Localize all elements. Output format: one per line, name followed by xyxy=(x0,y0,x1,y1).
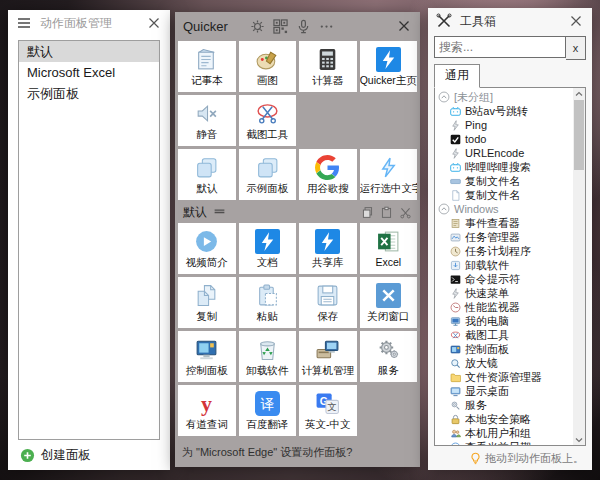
action-cell[interactable]: 卸载软件 xyxy=(239,331,297,382)
toolbox-item-group-header[interactable]: Windows xyxy=(437,202,571,216)
close-x-icon xyxy=(376,283,401,308)
create-panel-button[interactable]: 创建面板 xyxy=(8,440,170,470)
action-cell[interactable]: 用谷歌搜 xyxy=(299,149,357,200)
menu-icon[interactable] xyxy=(16,15,32,31)
toolbox-item-group-header[interactable]: [未分组] xyxy=(437,90,571,104)
users-icon xyxy=(450,428,461,439)
panel-list-item[interactable]: 示例面板 xyxy=(19,83,159,104)
toolbox-window: 工具箱 x 通用 [未分组] B站av号跳转 xyxy=(428,8,592,470)
tab-general[interactable]: 通用 xyxy=(434,64,480,88)
lightbulb-icon xyxy=(469,452,482,465)
toolbox-item[interactable]: 显示桌面 xyxy=(437,384,571,398)
action-cell xyxy=(360,385,418,436)
action-cell[interactable]: 画图 xyxy=(239,41,297,92)
computer-mgmt-icon xyxy=(315,337,340,362)
toolbox-item[interactable]: 控制面板 xyxy=(437,342,571,356)
toolbox-item-label: 控制面板 xyxy=(465,342,509,356)
toolbox-item-label: [未分组] xyxy=(454,90,493,104)
action-cell[interactable]: 默认 xyxy=(178,149,236,200)
action-cell[interactable]: 粘贴 xyxy=(239,277,297,328)
toolbox-item[interactable]: 放大镜 xyxy=(437,356,571,370)
services-small-icon xyxy=(450,400,461,411)
toolbox-item[interactable]: URLEncode xyxy=(437,146,571,160)
action-label: 截图工具 xyxy=(246,129,288,140)
action-label: 计算机管理 xyxy=(302,365,355,376)
toolbox-item[interactable]: 截图工具 xyxy=(437,328,571,342)
toolbox-item[interactable]: 哔哩哔哩搜索 xyxy=(437,160,571,174)
action-cell[interactable]: 服务 xyxy=(360,331,418,382)
scroll-up-icon[interactable] xyxy=(573,88,585,99)
close-icon[interactable] xyxy=(568,13,584,29)
toolbox-item[interactable]: 任务管理器 xyxy=(437,230,571,244)
scrollbar[interactable] xyxy=(573,88,585,445)
toolbox-item[interactable]: 复制文件名 xyxy=(437,174,571,188)
panel-list-item[interactable]: 默认 xyxy=(19,41,159,62)
qrcode-icon[interactable] xyxy=(273,19,288,34)
toolbox-item[interactable]: 我的电脑 xyxy=(437,314,571,328)
menu-icon[interactable] xyxy=(213,206,226,219)
action-cell[interactable]: 计算器 xyxy=(299,41,357,92)
google-g-icon xyxy=(315,155,340,180)
toolbox-item[interactable]: B站av号跳转 xyxy=(437,104,571,118)
action-cell[interactable]: 示例面板 xyxy=(239,149,297,200)
clear-search-button[interactable]: x xyxy=(566,36,586,60)
action-cell[interactable]: 截图工具 xyxy=(239,95,297,146)
bolt-blue-icon xyxy=(376,47,401,72)
toolbox-item[interactable]: 本地安全策略 xyxy=(437,412,571,426)
paste-icon[interactable] xyxy=(380,206,393,219)
gear-icon[interactable] xyxy=(250,19,265,34)
action-cell[interactable]: 静音 xyxy=(178,95,236,146)
toolbox-list-container: [未分组] B站av号跳转 Ping todo xyxy=(434,87,586,446)
search-input[interactable] xyxy=(434,36,566,58)
action-label: 复制 xyxy=(196,311,217,322)
toolbox-item[interactable]: 本机用户和组 xyxy=(437,426,571,440)
toolbox-item[interactable]: 快速菜单 xyxy=(437,286,571,300)
action-cell[interactable]: 运行选中文字 xyxy=(360,149,418,200)
scrollbar-thumb[interactable] xyxy=(574,100,584,170)
quicker-titlebar: Quicker xyxy=(175,12,420,40)
toolbox-item-label: 复制文件名 xyxy=(465,174,520,188)
action-cell[interactable]: 计算机管理 xyxy=(299,331,357,382)
close-icon[interactable] xyxy=(146,15,162,31)
toolbox-item-label: Windows xyxy=(454,202,499,216)
toolbox-item[interactable]: 文件资源管理器 xyxy=(437,370,571,384)
action-cell[interactable]: Quicker主页 xyxy=(360,41,418,92)
play-icon xyxy=(194,229,219,254)
toolbox-item[interactable]: 卸载软件 xyxy=(437,258,571,272)
action-cell[interactable]: 记事本 xyxy=(178,41,236,92)
action-cell[interactable]: 文档 xyxy=(239,223,297,274)
toolbox-item[interactable]: todo xyxy=(437,132,571,146)
more-icon[interactable] xyxy=(319,19,334,34)
toolbox-item-label: 查看当前日期 xyxy=(465,440,531,445)
panels-icon xyxy=(194,155,219,180)
toolbox-item[interactable]: 任务计划程序 xyxy=(437,244,571,258)
toolbox-item[interactable]: 性能监视器 xyxy=(437,300,571,314)
action-cell[interactable]: 保存 xyxy=(299,277,357,328)
action-cell[interactable]: y 有道查词 xyxy=(178,385,236,436)
toolbox-item[interactable]: 事件查看器 xyxy=(437,216,571,230)
toolbox-item[interactable]: 服务 xyxy=(437,398,571,412)
toolbox-title: 工具箱 xyxy=(460,13,496,30)
action-cell[interactable]: 译 百度翻译 xyxy=(239,385,297,436)
panel-list-item[interactable]: Microsoft Excel xyxy=(19,62,159,83)
action-cell[interactable]: G文 英文-中文 xyxy=(299,385,357,436)
toolbox-item[interactable]: 命令提示符 xyxy=(437,272,571,286)
action-cell xyxy=(299,95,357,146)
scroll-down-icon[interactable] xyxy=(573,434,585,445)
copy-icon[interactable] xyxy=(361,206,374,219)
action-label: 控制面板 xyxy=(186,365,228,376)
toolbox-item[interactable]: 复制文件名 xyxy=(437,188,571,202)
action-cell[interactable]: 复制 xyxy=(178,277,236,328)
panel-list: 默认 Microsoft Excel 示例面板 xyxy=(18,40,160,440)
toolbox-item[interactable]: 查看当前日期 xyxy=(437,440,571,445)
action-cell[interactable]: 视频简介 xyxy=(178,223,236,274)
action-cell[interactable]: 控制面板 xyxy=(178,331,236,382)
microphone-icon[interactable] xyxy=(296,19,311,34)
cut-icon[interactable] xyxy=(399,206,412,219)
toolbox-item[interactable]: Ping xyxy=(437,118,571,132)
action-cell[interactable]: Excel xyxy=(360,223,418,274)
status-text[interactable]: 为 "Microsoft Edge" 设置动作面板? xyxy=(175,438,420,467)
action-cell[interactable]: 关闭窗口 xyxy=(360,277,418,328)
action-cell[interactable]: 共享库 xyxy=(299,223,357,274)
close-icon[interactable] xyxy=(396,18,412,34)
